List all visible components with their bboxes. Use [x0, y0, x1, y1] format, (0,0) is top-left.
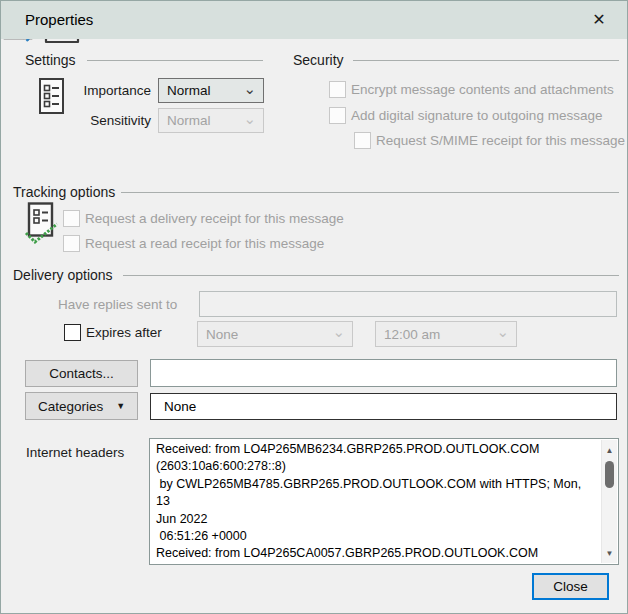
categories-button-label: Categories	[38, 399, 103, 414]
read-receipt-checkbox	[63, 235, 80, 252]
expires-time-combobox: 12:00 am ⌄	[375, 321, 517, 347]
chevron-down-icon: ⌄	[496, 323, 509, 341]
expires-date-combobox: None ⌄	[197, 321, 353, 347]
title-bar: Properties ✕	[1, 1, 627, 39]
contacts-input[interactable]	[150, 359, 617, 387]
chevron-down-icon: ⌄	[332, 323, 345, 341]
tracking-icon	[24, 202, 58, 246]
importance-combobox[interactable]: Normal ⌄	[158, 78, 264, 103]
categories-field: None	[150, 393, 617, 420]
tracking-group-line	[121, 192, 619, 193]
window-title: Properties	[25, 11, 93, 28]
categories-button[interactable]: Categories ▼	[25, 392, 138, 420]
expires-checkbox[interactable]	[64, 324, 81, 341]
have-replies-label: Have replies sent to	[58, 297, 177, 312]
sign-label: Add digital signature to outgoing messag…	[351, 108, 602, 123]
expires-label: Expires after	[86, 325, 162, 340]
chevron-down-icon: ⌄	[243, 80, 256, 98]
encrypt-label: Encrypt message contents and attachments	[351, 82, 614, 97]
importance-value: Normal	[167, 83, 211, 98]
chevron-down-icon: ⌄	[243, 110, 256, 128]
scroll-down-icon[interactable]: ▼	[602, 546, 617, 560]
security-group-header: Security	[293, 52, 344, 68]
settings-group-header: Settings	[25, 52, 76, 68]
internet-headers-label: Internet headers	[26, 445, 124, 460]
categories-value: None	[164, 399, 196, 414]
smime-checkbox	[354, 132, 371, 149]
expires-time-value: 12:00 am	[384, 327, 440, 342]
dropdown-arrow-icon: ▼	[116, 401, 125, 411]
tracking-group-header: Tracking options	[13, 184, 115, 200]
expires-date-value: None	[206, 327, 238, 342]
delivery-receipt-checkbox	[63, 210, 80, 227]
scrollbar-thumb[interactable]	[605, 461, 614, 488]
internet-headers-box[interactable]: Received: from LO4P265MB6234.GBRP265.PRO…	[149, 438, 619, 565]
close-button[interactable]: ✕	[583, 6, 615, 33]
settings-group-line	[87, 60, 263, 61]
read-receipt-label: Request a read receipt for this message	[85, 236, 324, 251]
encrypt-checkbox	[329, 81, 346, 98]
scroll-up-icon[interactable]: ▲	[602, 443, 617, 457]
headers-scrollbar[interactable]: ▲ ▼	[601, 440, 617, 563]
sign-checkbox	[329, 107, 346, 124]
contacts-button[interactable]: Contacts...	[25, 360, 138, 387]
sensitivity-value: Normal	[167, 113, 211, 128]
properties-dialog: Properties ✕ Settings Importance Normal …	[0, 0, 628, 614]
close-icon: ✕	[592, 11, 605, 28]
sensitivity-combobox: Normal ⌄	[158, 108, 264, 133]
importance-label: Importance	[61, 83, 151, 98]
delivery-group-line	[123, 275, 619, 276]
have-replies-input	[199, 291, 617, 317]
sensitivity-label: Sensitivity	[61, 113, 151, 128]
delivery-group-header: Delivery options	[13, 267, 113, 283]
close-footer-button[interactable]: Close	[532, 573, 609, 600]
smime-label: Request S/MIME receipt for this message	[376, 133, 625, 148]
delivery-receipt-label: Request a delivery receipt for this mess…	[85, 211, 344, 226]
security-group-line	[353, 60, 619, 61]
internet-headers-text: Received: from LO4P265MB6234.GBRP265.PRO…	[150, 439, 601, 564]
